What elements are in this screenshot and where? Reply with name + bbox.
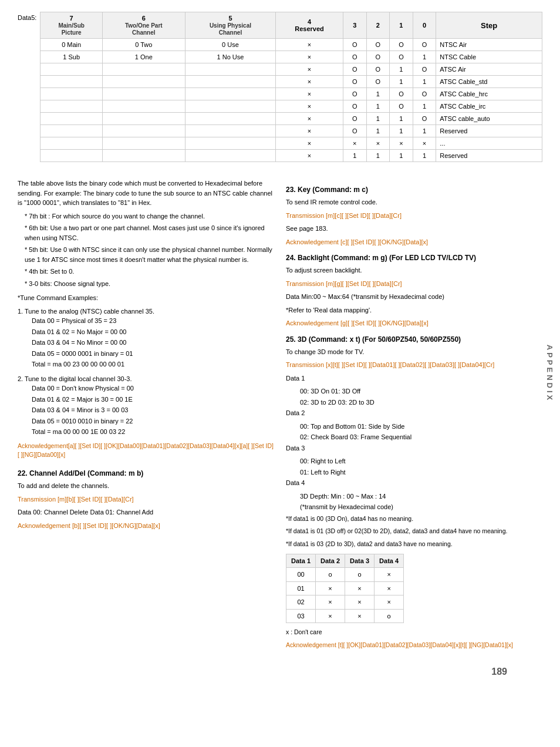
note-4bit: 4th bit: Set to 0.: [25, 267, 274, 277]
section-22-tx: Transmission [m][b][ ][Set ID][ ][Data][…: [18, 494, 274, 504]
right-column: 23. Key (Command: m c) To send IR remote…: [286, 179, 542, 655]
table-row: × O O 1 O ATSC Air: [41, 63, 542, 76]
section-22-ack: Acknowledgement [b][ ][Set ID][ ][OK/NG]…: [18, 521, 274, 531]
table-row: × O 1 1 1 Reserved: [41, 125, 542, 137]
example-2: 2. Tune to the digital local channel 30-…: [18, 374, 274, 437]
table-row: × O 1 O O ATSC Cable_hrc: [41, 88, 542, 100]
section-24: 24. Backlight (Command: m g) (For LED LC…: [286, 253, 542, 328]
3d-data-table: Data 1 Data 2 Data 3 Data 4 00 o o × 01: [286, 554, 404, 624]
section-24-title: 24. Backlight (Command: m g) (For LED LC…: [286, 253, 542, 263]
table-row: × O 1 1 O ATSC cable_auto: [41, 113, 542, 125]
table-row: 01 × × ×: [286, 581, 404, 595]
note-6bit: 6th bit: Use a two part or one part chan…: [25, 223, 274, 243]
dont-care-label: x : Don't care: [286, 628, 542, 637]
section-25-body: To change 3D mode for TV.: [286, 347, 542, 357]
section-22-title: 22. Channel Add/Del (Command: m b): [18, 468, 274, 479]
table-row: × × × × × ...: [41, 137, 542, 150]
col-0-header: 0: [413, 12, 436, 39]
appendix-label: APPENDIX: [545, 345, 554, 402]
example-1: 1. Tune to the analog (NTSC) cable chann…: [18, 307, 274, 369]
section-23-tx: Transmission [m][c][ ][Set ID][ ][Data][…: [286, 211, 542, 221]
col-4-header: 4Reserved: [276, 12, 343, 39]
note-30bit: 3-0 bits: Choose signal type.: [25, 279, 274, 289]
table-row: 02 × × ×: [286, 595, 404, 610]
section-25-ack: Acknowledgement [t][ ][OK][Data01][Data0…: [286, 641, 542, 650]
intro-text: The table above lists the binary code wh…: [18, 179, 274, 208]
left-column: The table above lists the binary code wh…: [18, 179, 274, 655]
section-23: 23. Key (Command: m c) To send IR remote…: [286, 184, 542, 247]
table-row: × O O 1 1 ATSC Cable_std: [41, 76, 542, 88]
section-23-ack: Acknowledgement [c][ ][Set ID][ ][OK/NG]…: [286, 237, 542, 247]
section-23-title: 23. Key (Command: m c): [286, 184, 542, 195]
col-step-header: Step: [436, 12, 542, 39]
col-3-header: 3: [343, 12, 366, 39]
col-6-header: 6Two/One PartChannel: [102, 12, 185, 39]
table-header-row: 7Main/SubPicture 6Two/One PartChannel 5U…: [41, 12, 542, 39]
table-row: 0 Main 0 Two 0 Use × O O O O NTSC Air: [41, 39, 542, 51]
section-22-data: Data 00: Channel Delete Data 01: Channel…: [18, 507, 274, 517]
section-22: 22. Channel Add/Del (Command: m b) To ad…: [18, 468, 274, 530]
table-row: 00 o o ×: [286, 568, 404, 582]
note-5bit: 5th bit: Use 0 with NTSC since it can on…: [25, 245, 274, 264]
col-7-header: 7Main/SubPicture: [41, 12, 102, 39]
data2-title: Data 2: [286, 408, 542, 418]
data5-label: Data5:: [18, 12, 36, 21]
table-row: × O 1 O 1 ATSC Cable_irc: [41, 100, 542, 113]
section-22-body: To add and delete the channels.: [18, 481, 274, 491]
section-24-body: To adjust screen backlight.: [286, 265, 542, 275]
section-25: 25. 3D (Command: x t) (For 50/60PZ540, 5…: [286, 334, 542, 650]
section-24-data: Data Min:00 ~ Max:64 (*transmit by Hexad…: [286, 292, 542, 302]
section-23-body: To send IR remote control code.: [286, 197, 542, 207]
col-2-header: 2: [366, 12, 390, 39]
note-7bit: 7th bit : For which source do you want t…: [25, 211, 274, 221]
data1-title: Data 1: [286, 374, 542, 383]
section-23-see: See page 183.: [286, 224, 542, 234]
section-24-tx: Transmission [m][g][ ][Set ID][ ][Data][…: [286, 279, 542, 289]
table-row: × 1 1 1 1 Reserved: [41, 150, 542, 162]
data4-title: Data 4: [286, 478, 542, 488]
page-number: 189: [491, 667, 507, 677]
note1: *If data1 is 00 (3D On), data4 has no me…: [286, 514, 542, 524]
section-24-refer: *Refer to 'Real data mapping'.: [286, 305, 542, 315]
data5-table: 7Main/SubPicture 6Two/One PartChannel 5U…: [40, 12, 542, 162]
table-row: 03 × × o: [286, 609, 404, 623]
note3: *If data1 is 03 (2D to 3D), data2 and da…: [286, 540, 542, 549]
table-row: 1 Sub 1 One 1 No Use × O O O 1 NTSC Cabl…: [41, 51, 542, 63]
examples-title: *Tune Command Examples:: [18, 293, 274, 303]
data3-title: Data 3: [286, 443, 542, 453]
section-25-title: 25. 3D (Command: x t) (For 50/60PZ540, 5…: [286, 334, 542, 345]
col-5-header: 5Using PhysicalChannel: [185, 12, 275, 39]
col-1-header: 1: [390, 12, 413, 39]
note2: *If data1 is 01 (3D off) or 02(3D to 2D)…: [286, 527, 542, 536]
ack-example: Acknowledgement[a][ ][Set ID][ ][OK][Dat…: [18, 442, 274, 460]
section-25-tx: Transmission [x][t][ ][Set ID][ ][Data01…: [286, 360, 542, 370]
section-24-ack: Acknowledgement [g][ ][Set ID][ ][OK/NG]…: [286, 318, 542, 328]
